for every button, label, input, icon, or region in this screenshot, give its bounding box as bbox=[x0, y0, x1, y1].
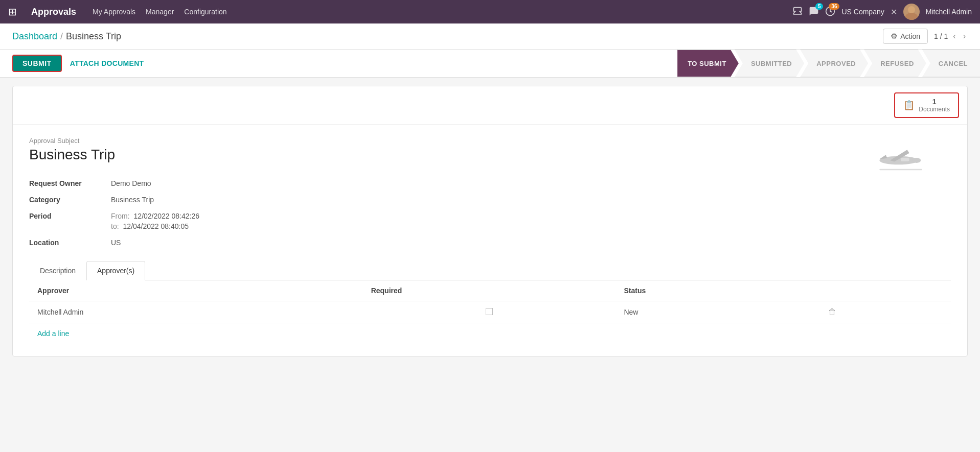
period-from-value[interactable]: 12/02/2022 08:42:26 bbox=[134, 212, 199, 220]
svg-point-6 bbox=[913, 158, 921, 163]
status-cell: New bbox=[616, 301, 819, 323]
action-button[interactable]: ⚙ Action bbox=[883, 29, 928, 44]
col-approver: Approver bbox=[29, 280, 363, 301]
table-header-row: Approver Required Status bbox=[29, 280, 951, 301]
user-avatar[interactable] bbox=[903, 4, 920, 20]
documents-bar: 📋 1 Documents bbox=[13, 86, 967, 125]
activity-icon-wrap[interactable]: 36 bbox=[825, 6, 835, 18]
breadcrumb-parent[interactable]: Dashboard bbox=[12, 31, 57, 42]
nav-my-approvals[interactable]: My Approvals bbox=[93, 8, 135, 16]
settings-icon[interactable]: ✕ bbox=[891, 7, 897, 17]
top-navigation: ⊞ Approvals My Approvals Manager Configu… bbox=[0, 0, 980, 23]
required-checkbox[interactable] bbox=[486, 308, 493, 315]
col-actions bbox=[820, 280, 951, 301]
documents-button[interactable]: 📋 1 Documents bbox=[894, 92, 959, 118]
documents-count: 1 bbox=[919, 98, 950, 106]
breadcrumb-current: Business Trip bbox=[66, 31, 121, 42]
location-label: Location bbox=[29, 234, 111, 251]
breadcrumb-actions: ⚙ Action 1 / 1 ‹ › bbox=[883, 29, 968, 44]
next-page-button[interactable]: › bbox=[961, 31, 968, 42]
status-cancel[interactable]: CANCEL bbox=[922, 50, 980, 77]
documents-label: Documents bbox=[919, 106, 950, 113]
col-status: Status bbox=[616, 280, 819, 301]
approval-subject-label: Approval Subject bbox=[29, 137, 951, 145]
request-owner-label: Request Owner bbox=[29, 175, 111, 192]
col-required: Required bbox=[363, 280, 616, 301]
prev-page-button[interactable]: ‹ bbox=[951, 31, 958, 42]
user-name[interactable]: Mitchell Admin bbox=[926, 8, 972, 16]
delete-cell: 🗑 bbox=[820, 301, 951, 323]
content-area: 📋 1 Documents bbox=[12, 86, 968, 356]
pagination-text: 1 / 1 bbox=[934, 32, 948, 40]
approvers-table: Approver Required Status Mitchell Admin … bbox=[29, 280, 951, 323]
period-label: Period bbox=[29, 208, 111, 234]
action-label: Action bbox=[900, 32, 920, 40]
toolbar: SUBMIT ATTACH DOCUMENT TO SUBMIT SUBMITT… bbox=[0, 50, 980, 78]
status-refused[interactable]: REFUSED bbox=[864, 50, 926, 77]
activity-badge: 36 bbox=[829, 3, 839, 10]
add-line-button[interactable]: Add a line bbox=[29, 323, 77, 344]
breadcrumb: Dashboard / Business Trip bbox=[12, 31, 121, 42]
status-approved[interactable]: APPROVED bbox=[800, 50, 868, 77]
submit-button[interactable]: SUBMIT bbox=[12, 55, 62, 72]
svg-point-2 bbox=[905, 13, 918, 20]
support-icon-wrap[interactable] bbox=[792, 6, 803, 18]
nav-icons: 5 36 US Company ✕ Mitchell Admin bbox=[792, 4, 972, 20]
svg-rect-8 bbox=[879, 169, 922, 171]
status-to-submit[interactable]: TO SUBMIT bbox=[677, 50, 739, 77]
category-value[interactable]: Business Trip bbox=[111, 192, 951, 208]
form-content: Approval Subject Business Trip Request O… bbox=[13, 125, 967, 356]
trip-icon bbox=[875, 145, 926, 183]
form-fields: Request Owner Demo Demo Category Busines… bbox=[29, 175, 951, 251]
approver-name: Mitchell Admin bbox=[29, 301, 363, 323]
period-to-label: to: bbox=[111, 222, 119, 230]
breadcrumb-bar: Dashboard / Business Trip ⚙ Action 1 / 1… bbox=[0, 23, 980, 50]
chat-icon-wrap[interactable]: 5 bbox=[809, 6, 819, 18]
delete-row-button[interactable]: 🗑 bbox=[828, 307, 836, 316]
tab-description[interactable]: Description bbox=[29, 261, 86, 280]
app-grid-icon[interactable]: ⊞ bbox=[8, 6, 17, 18]
approval-title: Business Trip bbox=[29, 147, 951, 163]
attach-document-button[interactable]: ATTACH DOCUMENT bbox=[70, 59, 144, 67]
nav-links: My Approvals Manager Configuration bbox=[93, 8, 227, 16]
form-tabs: Description Approver(s) bbox=[29, 261, 951, 280]
tab-approvers[interactable]: Approver(s) bbox=[86, 261, 145, 280]
chat-badge: 5 bbox=[815, 3, 824, 10]
period-value: From: 12/02/2022 08:42:26 to: 12/04/2022… bbox=[111, 208, 951, 234]
request-owner-value[interactable]: Demo Demo bbox=[111, 175, 951, 192]
table-row: Mitchell Admin New 🗑 bbox=[29, 301, 951, 323]
gear-icon: ⚙ bbox=[891, 32, 897, 41]
nav-manager[interactable]: Manager bbox=[146, 8, 174, 16]
period-to-value[interactable]: 12/04/2022 08:40:05 bbox=[123, 222, 189, 230]
location-value[interactable]: US bbox=[111, 234, 951, 251]
status-submitted[interactable]: SUBMITTED bbox=[735, 50, 804, 77]
app-name: Approvals bbox=[31, 7, 76, 17]
period-from-label: From: bbox=[111, 212, 130, 220]
svg-rect-7 bbox=[901, 158, 909, 161]
category-label: Category bbox=[29, 192, 111, 208]
company-name[interactable]: US Company bbox=[841, 8, 884, 16]
documents-icon: 📋 bbox=[903, 100, 915, 111]
status-pipeline: TO SUBMIT SUBMITTED APPROVED REFUSED CAN… bbox=[677, 50, 980, 77]
breadcrumb-separator: / bbox=[60, 31, 63, 42]
nav-configuration[interactable]: Configuration bbox=[184, 8, 226, 16]
required-cell bbox=[363, 301, 616, 323]
svg-point-1 bbox=[908, 6, 915, 13]
pagination: 1 / 1 ‹ › bbox=[934, 31, 968, 42]
